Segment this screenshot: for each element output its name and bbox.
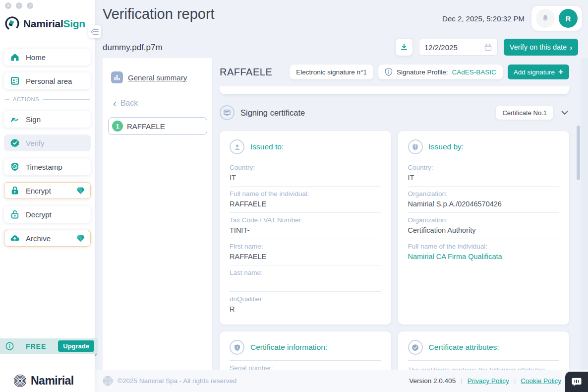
footer-right: Version 2.0.405 | Privacy Policy | Cooki… (409, 377, 561, 385)
card-header: Issued by: (408, 139, 560, 160)
signer-list-item[interactable]: 1 RAFFAELE (108, 117, 207, 135)
card-header: Certificate attributes: (408, 340, 560, 361)
field-row: Organization: Namirial S.p.A./0204657042… (408, 187, 560, 213)
field-value: RAFFAELE (230, 200, 381, 208)
upgrade-button[interactable]: Upgrade (58, 340, 94, 352)
topbar: Verification report Dec 2, 2025, 5:20:32… (95, 0, 588, 58)
add-signature-button[interactable]: Add signature+ (508, 65, 569, 79)
calendar-icon[interactable] (484, 43, 492, 52)
field-label: Full name of the individual: (408, 243, 560, 251)
sidebar-nav: Home Personal area ACTIONS Sign Verify (4, 49, 91, 254)
personal-area-icon (10, 76, 20, 86)
sidebar-item-label: Encrypt (26, 187, 51, 195)
sidebar-item-encrypt[interactable]: Encrypt (4, 182, 91, 199)
namirial-circles-light-icon (103, 376, 113, 386)
section-title: Signing certificate (240, 108, 305, 118)
notifications-button[interactable] (536, 9, 555, 28)
field-value: IT (230, 174, 381, 182)
namirialsign-logo-icon (4, 16, 20, 31)
user-card: R (531, 6, 582, 31)
person-icon (230, 139, 244, 154)
verification-date-input[interactable] (424, 43, 484, 52)
download-report-button[interactable] (396, 39, 412, 56)
field-label: Organization: (408, 216, 560, 224)
info-icon[interactable] (5, 342, 14, 350)
card-header: Issued to: (230, 139, 381, 160)
file-name: dummy.pdf.p7m (103, 43, 163, 53)
scrollbar-thumb[interactable] (577, 126, 580, 180)
shield-info-icon (385, 67, 393, 76)
expand-window-icon[interactable]: ⤢ (27, 2, 33, 9)
field-row: Country: IT (408, 160, 560, 187)
verification-date-field (419, 39, 498, 56)
certificate-selector[interactable]: Certificate No.1 (496, 106, 553, 120)
field-value: Namirial CA Firma Qualificata (408, 253, 560, 261)
sidebar-item-verify[interactable]: Verify (4, 134, 91, 151)
sidebar-item-sign[interactable]: Sign (4, 111, 91, 128)
divider: | (461, 377, 463, 385)
certificate-information-card: Certificate information: Serial number: … (220, 331, 391, 370)
signature-header: RAFFAELE Electronic signature n°1 Signat… (220, 65, 569, 79)
certificate-cards: Issued to: Country: IT Ful (220, 131, 569, 370)
copyright: ©2025 Namirial Spa - All rights reserved (103, 376, 236, 386)
sidebar-item-archive[interactable]: Archive (4, 230, 91, 247)
avatar[interactable]: R (559, 9, 578, 28)
field-list: Country: IT Organization: Namirial S.p.A… (408, 160, 560, 265)
signature-detail-panel: RAFFAELE Electronic signature n°1 Signat… (213, 58, 588, 370)
page-title: Verification report (103, 6, 215, 22)
attributes-description: The certificate contains the following a… (408, 361, 557, 370)
privacy-policy-link[interactable]: Privacy Policy (468, 377, 509, 385)
field-row: Full name of the individual: Namirial CA… (408, 239, 560, 265)
version-label: Version 2.0.405 (409, 377, 456, 385)
field-row: Serial number: 0ad00508c937b63b (230, 361, 381, 370)
field-list: Serial number: 0ad00508c937b63b (230, 361, 381, 370)
sidebar-item-personal-area[interactable]: Personal area (4, 72, 91, 89)
field-value: Certification Authority (408, 226, 560, 235)
field-row: Organization: Certification Authority (408, 213, 560, 239)
field-row: Tax Code / VAT Number: TINIT- (230, 213, 381, 239)
field-row: First name: RAFFAELE (230, 239, 381, 265)
globe-shield-icon (408, 139, 423, 154)
general-summary-link[interactable]: General summary (111, 71, 212, 83)
app-window: ✕ − ⤢ NamirialSign (0, 0, 588, 392)
namirial-circles-icon (13, 374, 27, 388)
close-window-icon[interactable]: ✕ (5, 2, 11, 9)
sidebar-item-label: Verify (26, 139, 45, 147)
sidebar-item-label: Timestamp (26, 163, 62, 171)
signer-number-badge: 1 (112, 121, 123, 131)
field-label: Serial number: (230, 364, 381, 370)
brand-wordmark: NamirialSign (23, 18, 85, 30)
field-label: Country: (408, 164, 560, 172)
verify-on-date-button[interactable]: Verify on this date› (504, 39, 578, 56)
back-link[interactable]: ‹ Back (113, 99, 212, 108)
divider: | (514, 377, 516, 385)
sidebar-item-home[interactable]: Home (4, 49, 91, 65)
certificate-attributes-card: Certificate attributes: The certificate … (398, 331, 570, 370)
signing-certificate-section: Signing certificate Certificate No.1 (220, 105, 569, 120)
chevron-down-icon[interactable] (561, 111, 568, 115)
minimize-window-icon[interactable]: − (16, 2, 22, 9)
issued-to-card: Issued to: Country: IT Ful (220, 131, 391, 325)
field-label: Last name: (230, 269, 381, 277)
main-area: Verification report Dec 2, 2025, 5:20:32… (95, 0, 588, 392)
field-value: Namirial S.p.A./02046570426 (408, 200, 560, 208)
shield-info-badge-icon (230, 340, 244, 355)
sidebar-item-timestamp[interactable]: Timestamp (4, 158, 91, 175)
field-row: Full name of the individual: RAFFAELE (230, 187, 381, 213)
chat-widget-button[interactable] (565, 372, 588, 392)
field-label: First name: (230, 243, 381, 251)
bar-chart-icon (111, 71, 123, 83)
premium-gem-icon (76, 187, 85, 195)
namirial-footer-logo: Namirial (13, 374, 74, 388)
sidebar-item-label: Home (26, 53, 46, 62)
field-value: IT (408, 174, 560, 182)
cookie-policy-link[interactable]: Cookie Policy (521, 377, 561, 385)
sidebar-collapse-button[interactable] (88, 25, 101, 38)
actions-section-label: ACTIONS (5, 96, 90, 102)
sidebar-item-decrypt[interactable]: Decrypt (4, 206, 91, 223)
collapse-sidebar-icon (91, 28, 99, 35)
sidebar-item-label: Archive (26, 234, 51, 243)
cloud-upload-icon (10, 233, 20, 243)
unlock-icon (10, 209, 20, 219)
field-label: Organization: (408, 190, 560, 198)
